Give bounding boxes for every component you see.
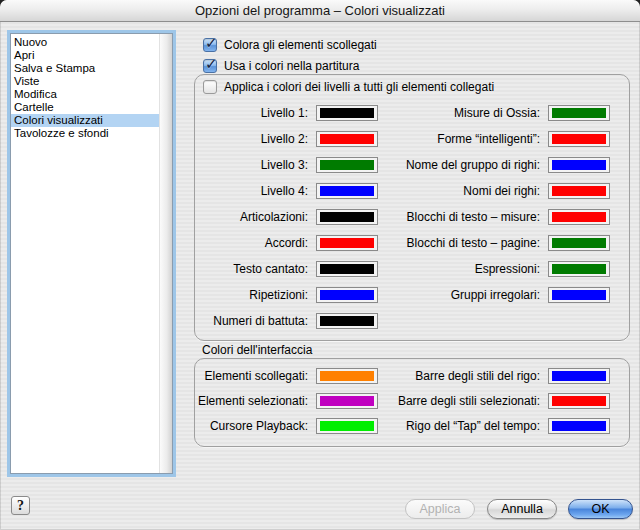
color-swatch-espressioni[interactable] (548, 261, 610, 277)
checkbox-label: Usa i colori nella partitura (224, 58, 359, 74)
ok-button[interactable]: OK (568, 499, 633, 519)
sidebar-item-tavolozze-e-sfondi[interactable]: Tavolozze e sfondi (11, 127, 172, 140)
color-label-rigo-tap-tempo: Rigo del “Tap” del tempo: (380, 418, 540, 434)
color-label-articolazioni: Articolazioni: (160, 209, 308, 225)
color-label-blocchi-testo-pagine: Blocchi di testo – pagine: (380, 235, 540, 251)
sidebar-item-nuovo[interactable]: Nuovo (11, 36, 172, 49)
color-swatch-livello-2[interactable] (316, 131, 378, 147)
color-label-nomi-dei-righi: Nomi dei righi: (380, 183, 540, 199)
color-label-livello-3: Livello 3: (160, 157, 308, 173)
color-label-barre-stili-selezionati: Barre degli stili selezionati: (380, 393, 540, 409)
color-swatch-elementi-scollegati[interactable] (316, 368, 378, 384)
color-swatch-cursore-playback[interactable] (316, 418, 378, 434)
color-swatch-livello-1[interactable] (316, 105, 378, 121)
checkmark-icon: ✓ (205, 55, 218, 73)
color-fill (320, 238, 374, 248)
color-fill (320, 316, 374, 326)
color-fill (552, 290, 606, 300)
color-label-elementi-scollegati: Elementi scollegati: (160, 368, 308, 384)
color-fill (552, 134, 606, 144)
color-fill (320, 186, 374, 196)
color-swatch-livello-4[interactable] (316, 183, 378, 199)
color-swatch-livello-3[interactable] (316, 157, 378, 173)
interface-colors-section-label: Colori dell'interfaccia (202, 343, 312, 357)
checkbox-label: Applica i colori dei livelli a tutti gli… (224, 79, 494, 95)
color-fill (552, 421, 606, 431)
color-label-misure-di-ossia: Misure di Ossia: (380, 105, 540, 121)
color-fill (320, 212, 374, 222)
color-swatch-testo-cantato[interactable] (316, 261, 378, 277)
color-swatch-barre-stili-rigo[interactable] (548, 368, 610, 384)
sidebar-item-modifica[interactable]: Modifica (11, 88, 172, 101)
color-label-livello-2: Livello 2: (160, 131, 308, 147)
color-swatch-blocchi-testo-misure[interactable] (548, 209, 610, 225)
color-label-testo-cantato: Testo cantato: (160, 261, 308, 277)
sidebar-item-apri[interactable]: Apri (11, 49, 172, 62)
color-swatch-articolazioni[interactable] (316, 209, 378, 225)
program-options-dialog: Opzioni del programma – Colori visualizz… (0, 0, 640, 530)
color-fill (320, 396, 374, 406)
color-fill (552, 212, 606, 222)
color-fill (320, 160, 374, 170)
color-fill (552, 186, 606, 196)
window-title: Opzioni del programma – Colori visualizz… (0, 0, 640, 22)
color-label-numeri-di-battuta: Numeri di battuta: (160, 313, 308, 329)
color-label-espressioni: Espressioni: (380, 261, 540, 277)
color-label-gruppi-irregolari: Gruppi irregolari: (380, 287, 540, 303)
color-swatch-forme-intelligenti[interactable] (548, 131, 610, 147)
apply-button[interactable]: Applica (405, 499, 475, 519)
color-swatch-nome-gruppo-righi[interactable] (548, 157, 610, 173)
color-label-ripetizioni: Ripetizioni: (160, 287, 308, 303)
color-fill (320, 134, 374, 144)
help-button[interactable]: ? (11, 496, 30, 515)
sidebar-item-colori-visualizzati[interactable]: Colori visualizzati (11, 114, 172, 127)
color-label-elementi-selezionati: Elementi selezionati: (160, 393, 308, 409)
color-fill (320, 290, 374, 300)
color-label-cursore-playback: Cursore Playback: (160, 418, 308, 434)
checkbox-icon[interactable]: ✓ (203, 59, 217, 73)
color-swatch-rigo-tap-tempo[interactable] (548, 418, 610, 434)
color-label-blocchi-testo-misure: Blocchi di testo – misure: (380, 209, 540, 225)
color-fill (320, 264, 374, 274)
color-fill (320, 371, 374, 381)
title-bar[interactable]: Opzioni del programma – Colori visualizz… (0, 0, 640, 22)
color-fill (552, 238, 606, 248)
color-fill (320, 108, 374, 118)
color-fill (552, 108, 606, 118)
sidebar-item-cartelle[interactable]: Cartelle (11, 101, 172, 114)
category-list[interactable]: Nuovo Apri Salva e Stampa Viste Modifica… (10, 33, 173, 474)
color-swatch-gruppi-irregolari[interactable] (548, 287, 610, 303)
color-label-forme-intelligenti: Forme “intelligenti”: (380, 131, 540, 147)
color-label-accordi: Accordi: (160, 235, 308, 251)
color-label-nome-gruppo-righi: Nome del gruppo di righi: (380, 157, 540, 173)
color-fill (552, 396, 606, 406)
color-swatch-accordi[interactable] (316, 235, 378, 251)
checkbox-icon[interactable]: ✓ (203, 38, 217, 52)
color-swatch-ripetizioni[interactable] (316, 287, 378, 303)
sidebar-item-salva-e-stampa[interactable]: Salva e Stampa (11, 62, 172, 75)
color-swatch-nomi-dei-righi[interactable] (548, 183, 610, 199)
checkmark-icon: ✓ (205, 34, 218, 52)
color-swatch-numeri-di-battuta[interactable] (316, 313, 378, 329)
sidebar-item-viste[interactable]: Viste (11, 75, 172, 88)
color-swatch-misure-di-ossia[interactable] (548, 105, 610, 121)
checkbox-icon[interactable]: ✓ (203, 80, 217, 94)
color-label-livello-4: Livello 4: (160, 183, 308, 199)
color-fill (552, 371, 606, 381)
color-swatch-barre-stili-selezionati[interactable] (548, 393, 610, 409)
color-swatch-elementi-selezionati[interactable] (316, 393, 378, 409)
color-label-barre-stili-rigo: Barre degli stili del rigo: (380, 368, 540, 384)
color-swatch-blocchi-testo-pagine[interactable] (548, 235, 610, 251)
color-label-livello-1: Livello 1: (160, 105, 308, 121)
color-fill (552, 160, 606, 170)
color-fill (552, 264, 606, 274)
color-fill (320, 421, 374, 431)
cancel-button[interactable]: Annulla (487, 499, 557, 519)
checkbox-label: Colora gli elementi scollegati (224, 37, 377, 53)
